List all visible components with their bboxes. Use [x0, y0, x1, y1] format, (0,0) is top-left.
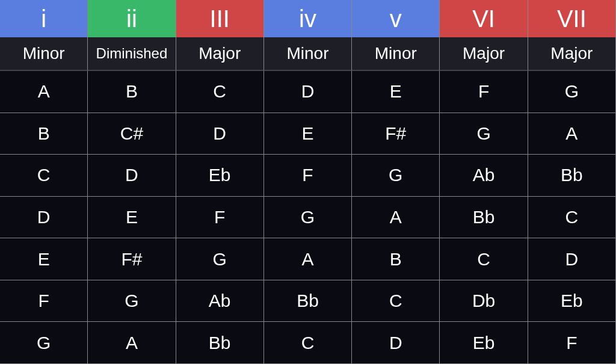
- quality-header-3: Major: [176, 37, 264, 71]
- chord-cell: Ab: [176, 280, 264, 322]
- chord-cell: D: [0, 197, 88, 239]
- chord-cell: F: [0, 280, 88, 322]
- chord-cell: B: [0, 113, 88, 155]
- chord-cell: F: [176, 197, 264, 239]
- chord-chart-table: i ii III iv v VI VII Minor Diminished Ma…: [0, 0, 616, 364]
- chord-cell: E: [0, 238, 88, 280]
- chord-cell: Bb: [176, 322, 264, 364]
- chord-cell: E: [352, 71, 440, 113]
- chord-cell: B: [88, 71, 176, 113]
- chord-cell: C: [0, 155, 88, 197]
- chord-cell: F: [264, 155, 352, 197]
- roman-header-7: VII: [528, 0, 616, 37]
- roman-header-5: v: [352, 0, 440, 37]
- roman-header-2: ii: [88, 0, 176, 37]
- chord-cell: A: [352, 197, 440, 239]
- chord-cell: E: [264, 113, 352, 155]
- quality-header-5: Minor: [352, 37, 440, 71]
- chord-cell: G: [352, 155, 440, 197]
- quality-header-2: Diminished: [88, 37, 176, 71]
- chord-cell: C: [264, 322, 352, 364]
- chord-cell: A: [528, 113, 616, 155]
- chord-cell: Eb: [528, 280, 616, 322]
- chord-cell: G: [264, 197, 352, 239]
- quality-header-1: Minor: [0, 37, 88, 71]
- chord-cell: D: [352, 322, 440, 364]
- chord-cell: D: [264, 71, 352, 113]
- roman-header-4: iv: [264, 0, 352, 37]
- roman-header-6: VI: [440, 0, 528, 37]
- chord-cell: D: [528, 238, 616, 280]
- chord-cell: Bb: [264, 280, 352, 322]
- chord-cell: G: [528, 71, 616, 113]
- chord-cell: Bb: [528, 155, 616, 197]
- chord-cell: Ab: [440, 155, 528, 197]
- chord-cell: B: [352, 238, 440, 280]
- chord-cell: A: [264, 238, 352, 280]
- quality-header-4: Minor: [264, 37, 352, 71]
- chord-cell: C: [440, 238, 528, 280]
- chord-cell: Eb: [440, 322, 528, 364]
- chord-cell: Eb: [176, 155, 264, 197]
- chord-cell: G: [176, 238, 264, 280]
- roman-header-1: i: [0, 0, 88, 37]
- chord-cell: F#: [88, 238, 176, 280]
- chord-cell: C: [528, 197, 616, 239]
- chord-cell: C: [352, 280, 440, 322]
- chord-cell: G: [440, 113, 528, 155]
- chord-cell: C: [176, 71, 264, 113]
- chord-cell: F#: [352, 113, 440, 155]
- chord-cell: D: [176, 113, 264, 155]
- quality-header-6: Major: [440, 37, 528, 71]
- chord-cell: Bb: [440, 197, 528, 239]
- chord-cell: F: [440, 71, 528, 113]
- chord-cell: E: [88, 197, 176, 239]
- chord-cell: G: [0, 322, 88, 364]
- quality-header-7: Major: [528, 37, 616, 71]
- chord-cell: F: [528, 322, 616, 364]
- chord-cell: G: [88, 280, 176, 322]
- chord-cell: C#: [88, 113, 176, 155]
- chord-cell: A: [0, 71, 88, 113]
- roman-header-3: III: [176, 0, 264, 37]
- chord-cell: D: [88, 155, 176, 197]
- chord-cell: Db: [440, 280, 528, 322]
- chord-cell: A: [88, 322, 176, 364]
